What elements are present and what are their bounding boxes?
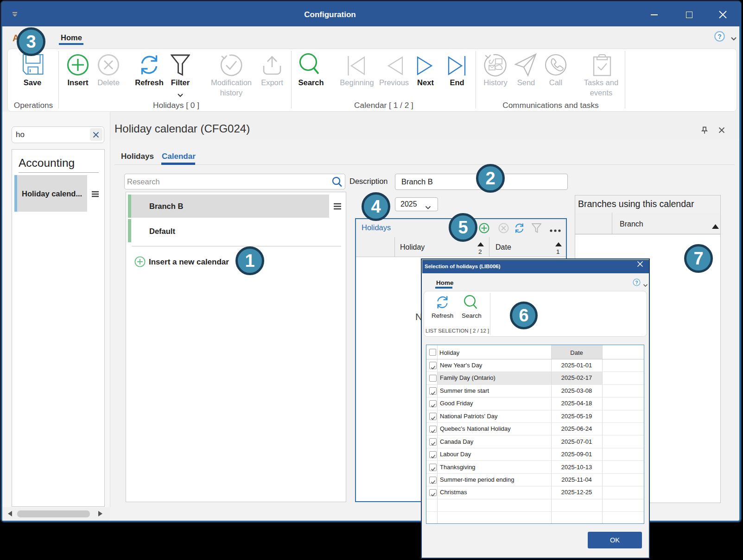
svg-text:?: ?: [718, 33, 722, 40]
svg-text:?: ?: [635, 280, 638, 285]
